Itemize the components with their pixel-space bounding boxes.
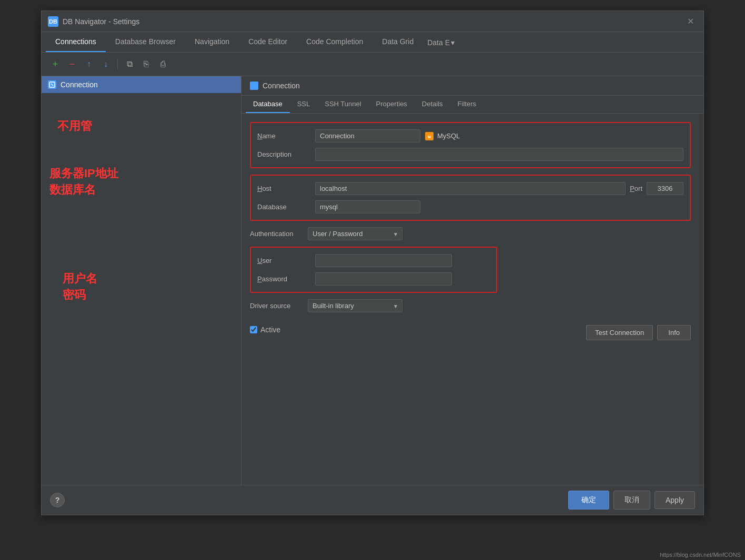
ok-button[interactable]: 确定 [568,491,609,510]
host-row: Host Port [257,182,683,195]
description-label: Description [257,150,315,158]
app-icon: DB [48,16,58,27]
tab-connections[interactable]: Connections [46,32,106,52]
active-checkbox-row: Active [250,325,280,334]
auth-select[interactable]: User / Password No Auth OS Credentials [308,227,402,240]
name-input[interactable] [315,129,420,142]
auth-select-wrapper: User / Password No Auth OS Credentials [308,227,402,240]
port-label: Port [630,185,642,192]
detail-tab-properties[interactable]: Properties [369,96,415,113]
move-down-button[interactable]: ↓ [98,57,113,72]
detail-tab-ssh[interactable]: SSH Tunnel [317,96,368,113]
tab-code-completion[interactable]: Code Completion [297,32,372,52]
bottom-buttons: Test Connection Info [586,325,691,340]
description-row: Description [257,148,683,161]
detail-header: Connection [241,76,703,96]
driver-select[interactable]: Built-in library External library [308,299,402,312]
toolbar: + − ↑ ↓ ⧉ ⎘ ⎙ [42,53,703,76]
detail-tab-filters[interactable]: Filters [450,96,484,113]
db-type-label: MySQL [437,132,460,140]
detail-scroll: Name M MySQL [241,114,703,485]
user-section: User Password [250,247,497,293]
detail-body: Name M MySQL [241,114,699,485]
move-up-button[interactable]: ↑ [82,57,96,72]
database-label: Database [257,203,315,211]
window-title: DB Navigator - Settings [63,17,139,26]
database-input[interactable] [315,200,420,213]
info-button[interactable]: Info [657,325,691,340]
auth-row: Authentication User / Password No Auth O… [250,227,691,240]
title-bar-left: DB DB Navigator - Settings [48,16,139,27]
apply-button[interactable]: Apply [655,491,695,509]
settings-window: DB DB Navigator - Settings ✕ Connections… [41,11,704,515]
host-label: Host [257,185,315,192]
description-input[interactable] [315,148,683,161]
tab-more-button[interactable]: Data E ▾ [423,33,459,52]
main-tab-bar: Connections Database Browser Navigation … [42,32,703,53]
main-content: Connection 不用管 服务器IP地址数据库名 用户名密码 [42,76,703,485]
sidebar-item-connection[interactable]: Connection [42,76,241,93]
title-bar: DB DB Navigator - Settings ✕ [42,11,703,32]
watermark: https://blog.csdn.net/MinfCONS [660,552,741,558]
chevron-down-icon: ▾ [451,38,455,47]
password-label: Password [257,275,315,283]
scrollbar-track [699,114,703,485]
driver-row: Driver source Built-in library External … [250,299,691,312]
sidebar: Connection 不用管 服务器IP地址数据库名 用户名密码 [42,76,241,485]
port-input[interactable] [647,182,683,195]
svg-line-3 [253,84,256,87]
remove-connection-button[interactable]: − [65,57,79,72]
name-row: Name M MySQL [257,129,683,142]
detail-connection-icon [250,82,258,90]
host-section: Host Port Database [250,175,691,221]
tab-data-grid[interactable]: Data Grid [372,32,423,52]
detail-panel: Connection Database SSL SSH Tunnel Prope… [241,76,703,485]
user-input[interactable] [315,254,452,267]
paste2-button[interactable]: ⎙ [156,57,170,72]
detail-tabs: Database SSL SSH Tunnel Properties Detai… [241,96,703,114]
name-label: Name [257,132,315,140]
host-input[interactable] [315,182,626,195]
host-input-group: Port [315,182,683,195]
password-input[interactable] [315,272,452,286]
tab-more-label: Data E [427,38,450,47]
active-checkbox[interactable] [250,326,257,333]
add-connection-button[interactable]: + [48,57,63,72]
password-row: Password [257,272,490,286]
copy-button[interactable]: ⧉ [122,57,137,72]
database-row: Database [257,200,683,213]
toolbar-separator [117,59,118,69]
detail-tab-database[interactable]: Database [246,96,290,113]
annotation-ignore: 不用管 [57,118,92,134]
close-button[interactable]: ✕ [684,15,697,27]
detail-tab-details[interactable]: Details [415,96,450,113]
footer-left: ? [50,493,65,507]
tab-code-editor[interactable]: Code Editor [239,32,297,52]
test-connection-button[interactable]: Test Connection [586,325,653,340]
user-row: User [257,254,490,267]
svg-text:M: M [428,135,431,139]
connection-icon [48,80,56,89]
db-type-display: M MySQL [425,131,460,141]
name-input-group: M MySQL [315,129,460,142]
annotation-user: 用户名密码 [63,271,97,303]
paste-button[interactable]: ⎘ [139,57,154,72]
active-label: Active [260,325,280,334]
driver-select-wrapper: Built-in library External library [308,299,402,312]
mysql-icon: M [425,131,434,141]
help-button[interactable]: ? [50,493,65,507]
window-footer: ? 确定 取消 Apply [42,485,703,515]
detail-tab-ssl[interactable]: SSL [290,96,318,113]
driver-label: Driver source [250,302,308,310]
svg-line-1 [51,84,53,86]
annotation-server: 服务器IP地址数据库名 [49,166,118,198]
name-description-section: Name M MySQL [250,122,691,168]
cancel-button[interactable]: 取消 [613,491,650,510]
auth-label: Authentication [250,230,308,238]
tab-database-browser[interactable]: Database Browser [106,32,185,52]
detail-header-label: Connection [263,82,300,90]
tab-navigation[interactable]: Navigation [185,32,239,52]
footer-right: 确定 取消 Apply [568,491,695,510]
user-label: User [257,257,315,264]
active-and-buttons-row: Active Test Connection Info [250,319,691,340]
